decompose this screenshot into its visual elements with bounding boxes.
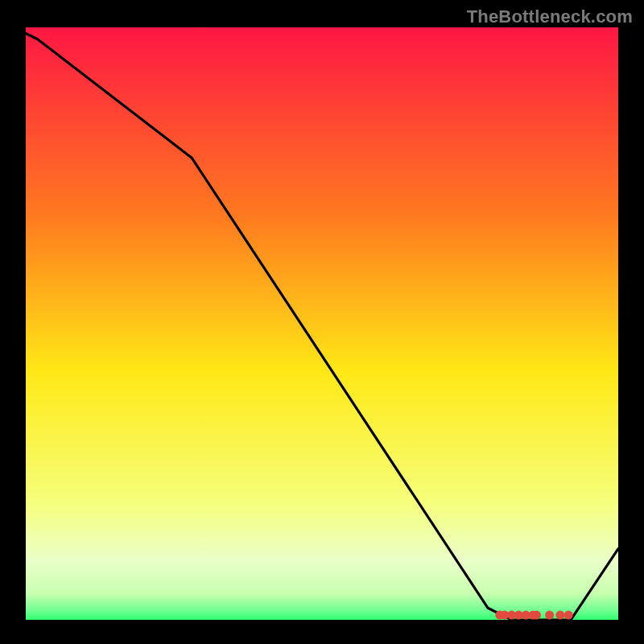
data-marker <box>532 611 541 620</box>
watermark-text: TheBottleneck.com <box>467 6 633 27</box>
data-marker <box>545 611 554 620</box>
data-marker <box>564 611 573 620</box>
data-marker <box>555 611 564 620</box>
gradient-background <box>26 27 618 620</box>
chart-container: TheBottleneck.com <box>0 0 644 644</box>
chart-svg <box>26 27 618 620</box>
plot-area <box>26 27 618 620</box>
